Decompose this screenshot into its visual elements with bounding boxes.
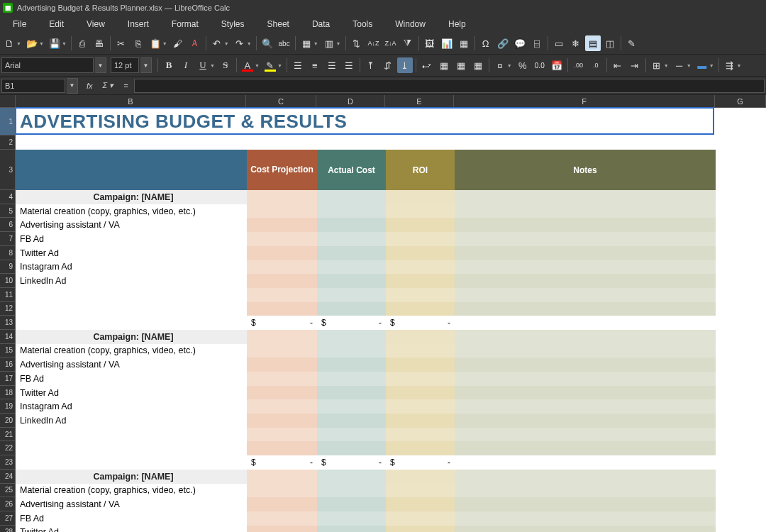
- row-header[interactable]: 15: [0, 344, 16, 358]
- menu-data[interactable]: Data: [301, 16, 341, 32]
- table-row[interactable]: Campaign: [NAME]: [16, 470, 766, 484]
- cell[interactable]: [386, 232, 455, 246]
- strikethrough-icon[interactable]: S: [218, 57, 233, 73]
- italic-icon[interactable]: I: [178, 57, 194, 73]
- cell[interactable]: $-: [386, 455, 455, 470]
- currency-icon[interactable]: ¤: [492, 57, 508, 73]
- cell[interactable]: [317, 344, 386, 358]
- cell[interactable]: [386, 428, 455, 442]
- decrease-indent-icon[interactable]: ⇥: [627, 57, 643, 73]
- clone-format-icon[interactable]: 🖌: [170, 35, 186, 51]
- highlight-color-icon[interactable]: ✎: [262, 57, 278, 73]
- cell[interactable]: [16, 316, 247, 330]
- copy-icon[interactable]: ⎘: [131, 35, 146, 51]
- cell[interactable]: $-: [247, 455, 317, 470]
- cell[interactable]: [317, 441, 386, 455]
- define-print-icon[interactable]: ▭: [551, 35, 567, 51]
- cell[interactable]: [386, 218, 455, 232]
- cell[interactable]: Twitter Ad: [16, 246, 247, 260]
- cell[interactable]: [386, 330, 455, 344]
- menu-sheet[interactable]: Sheet: [256, 16, 301, 32]
- conditional-icon[interactable]: ⇶: [722, 57, 738, 73]
- cell[interactable]: [247, 386, 317, 400]
- table-row[interactable]: Instagram Ad: [16, 260, 766, 275]
- cell[interactable]: [455, 386, 716, 400]
- draw-icon[interactable]: ✎: [624, 35, 640, 51]
- cell[interactable]: [247, 274, 317, 288]
- cell[interactable]: [455, 399, 716, 414]
- menu-tools[interactable]: Tools: [341, 16, 384, 32]
- cell[interactable]: [386, 358, 455, 372]
- col-D[interactable]: D: [316, 95, 385, 107]
- hyperlink-icon[interactable]: 🔗: [495, 35, 511, 51]
- cell[interactable]: [247, 232, 317, 246]
- cell[interactable]: [317, 288, 386, 302]
- row-header[interactable]: 14: [0, 330, 16, 344]
- cell[interactable]: [455, 358, 716, 372]
- cell[interactable]: [317, 497, 386, 511]
- cell[interactable]: [317, 484, 386, 498]
- cell[interactable]: [247, 511, 317, 526]
- cell[interactable]: [455, 232, 716, 246]
- merge-center-icon[interactable]: ▦: [453, 57, 469, 73]
- table-row[interactable]: FB Ad: [16, 511, 766, 526]
- row-header[interactable]: 6: [0, 218, 16, 232]
- font-color-icon[interactable]: A: [240, 57, 255, 73]
- align-bottom-icon[interactable]: ⤓: [397, 57, 413, 73]
- cell[interactable]: [247, 358, 317, 372]
- cell[interactable]: [455, 441, 716, 455]
- chart-icon[interactable]: 📊: [439, 35, 455, 51]
- table-row[interactable]: FB Ad: [16, 232, 766, 246]
- cell[interactable]: [386, 190, 455, 204]
- table-row[interactable]: $-$-$-: [16, 455, 766, 470]
- row-header[interactable]: 13: [0, 316, 16, 330]
- row-header[interactable]: 11: [0, 288, 16, 302]
- clear-format-icon[interactable]: Ａ: [187, 35, 203, 51]
- row-header[interactable]: 19: [0, 399, 16, 414]
- cell[interactable]: [317, 372, 386, 386]
- cell[interactable]: [317, 330, 386, 344]
- cell[interactable]: [247, 260, 317, 275]
- date-icon[interactable]: 📅: [549, 57, 565, 73]
- cell[interactable]: [247, 302, 317, 316]
- save-icon[interactable]: 💾: [47, 35, 62, 51]
- cell[interactable]: [317, 428, 386, 442]
- border-style-icon[interactable]: ─: [672, 57, 687, 73]
- cell[interactable]: [247, 428, 317, 442]
- bold-icon[interactable]: B: [161, 57, 177, 73]
- cell[interactable]: FB Ad: [16, 511, 247, 526]
- column-headers[interactable]: A B C D E F G: [0, 95, 766, 108]
- cell[interactable]: [386, 497, 455, 511]
- cell[interactable]: [386, 260, 455, 275]
- cell[interactable]: FB Ad: [16, 372, 247, 386]
- row-header[interactable]: 12: [0, 302, 16, 316]
- menu-file[interactable]: File: [1, 16, 38, 32]
- cell[interactable]: [247, 497, 317, 511]
- cell[interactable]: Instagram Ad: [16, 260, 247, 275]
- cell[interactable]: [455, 302, 716, 316]
- undo-icon[interactable]: ↶: [209, 35, 225, 51]
- cell[interactable]: [247, 190, 317, 204]
- row-header[interactable]: 4: [0, 190, 16, 204]
- cell[interactable]: [386, 484, 455, 498]
- open-icon[interactable]: 📂: [24, 35, 40, 51]
- cell[interactable]: Advertising assistant / VA: [16, 497, 247, 511]
- cell[interactable]: [247, 414, 317, 428]
- row-header[interactable]: 10: [0, 274, 16, 288]
- cell[interactable]: Advertising assistant / VA: [16, 358, 247, 372]
- cell[interactable]: [247, 399, 317, 414]
- cell[interactable]: [455, 511, 716, 526]
- cell[interactable]: [317, 302, 386, 316]
- new-icon[interactable]: 🗋: [1, 35, 17, 51]
- sum-icon[interactable]: Σ ▾: [99, 81, 118, 90]
- cell[interactable]: [247, 246, 317, 260]
- col-E[interactable]: E: [385, 95, 454, 107]
- wrap-text-icon[interactable]: ⮐: [419, 57, 435, 73]
- print-icon[interactable]: 🖶: [91, 35, 107, 51]
- row-header[interactable]: 1: [0, 108, 16, 135]
- grid[interactable]: 1234567891011121314151617181920212223242…: [0, 108, 766, 532]
- align-right-icon[interactable]: ☰: [324, 57, 340, 73]
- cell[interactable]: LinkedIn Ad: [16, 274, 247, 288]
- row-header[interactable]: 27: [0, 511, 16, 526]
- cell[interactable]: [247, 441, 317, 455]
